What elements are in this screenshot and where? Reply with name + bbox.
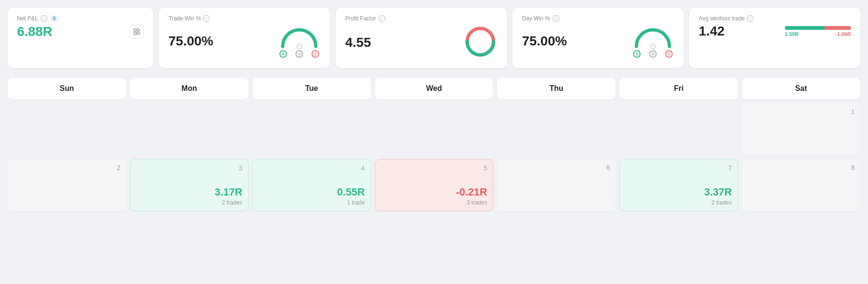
avg-win-loss-value: 1.42 <box>699 25 725 38</box>
avg-win-loss-card: Avg win/loss trade i 1.42 1.50R -1.06R <box>689 8 860 68</box>
cal-date-1: 1 <box>851 108 855 115</box>
avg-win-label: 1.50R <box>785 31 799 37</box>
cal-date-2: 2 <box>117 164 121 171</box>
trade-win-gauge: 6 0 2 <box>278 25 321 58</box>
cal-trades-5: 3 trades <box>456 199 487 206</box>
cal-date-4: 4 <box>361 164 365 172</box>
cal-cell-empty-5 <box>497 103 616 155</box>
cal-pnl-7: 3.37R <box>704 186 732 198</box>
profit-factor-label: Profit Factor i <box>345 15 497 22</box>
calendar: Sun Mon Tue Wed Thu Fri Sat 1 2 3 3.17R <box>8 78 860 211</box>
avg-bar-wrap: 1.50R -1.06R <box>785 26 851 37</box>
cal-pnl-3: 3.17R <box>215 186 243 198</box>
svg-point-4 <box>297 44 302 49</box>
avg-bar <box>785 26 851 30</box>
calendar-row-2: 2 3 3.17R 2 trades 4 0.55R 1 trade <box>8 159 860 211</box>
avg-loss-label: -1.06R <box>835 31 851 37</box>
svg-rect-3 <box>137 32 139 35</box>
trade-win-info-icon[interactable]: i <box>203 15 210 22</box>
calendar-header: Sun Mon Tue Wed Thu Fri Sat <box>8 78 860 99</box>
cal-date-3: 3 <box>239 164 243 172</box>
cal-pnl-4: 0.55R <box>337 186 365 198</box>
trade-win-gauge-labels: 6 0 2 <box>279 50 319 58</box>
cal-cell-7-data: 3.37R 2 trades <box>704 186 732 206</box>
day-win-info-icon[interactable]: i <box>553 15 559 22</box>
svg-rect-2 <box>134 32 136 35</box>
profit-factor-gauge <box>463 25 497 61</box>
cal-cell-empty-6 <box>619 103 738 155</box>
avg-bar-red <box>825 26 851 30</box>
cal-header-wed: Wed <box>375 78 494 99</box>
cal-cell-empty-4 <box>375 103 494 155</box>
cal-cell-7-content: 7 3.37R 2 trades <box>625 164 732 206</box>
net-pnl-icon-btn[interactable] <box>130 25 144 39</box>
net-pnl-value: 6.88R <box>17 25 52 38</box>
cal-cell-day-7[interactable]: 7 3.37R 2 trades <box>619 159 738 211</box>
svg-rect-1 <box>137 29 139 31</box>
wins-dot: 6 <box>279 50 287 58</box>
cal-header-sat: Sat <box>742 78 860 99</box>
cal-cell-day-3[interactable]: 3 3.17R 2 trades <box>130 159 249 211</box>
day-win-gauge-labels: 3 0 1 <box>633 50 673 58</box>
profit-factor-card: Profit Factor i 4.55 <box>336 8 507 68</box>
avg-win-loss-label: Avg win/loss trade i <box>699 15 851 22</box>
day-win-value: 75.00% <box>522 35 567 48</box>
cal-cell-day-4[interactable]: 4 0.55R 1 trade <box>252 159 371 211</box>
svg-point-7 <box>651 44 655 49</box>
cal-cell-4-data: 0.55R 1 trade <box>337 186 365 206</box>
cal-cell-5-content: 5 -0.21R 3 trades <box>381 164 487 206</box>
cal-cell-3-content: 3 3.17R 2 trades <box>136 164 243 206</box>
cal-header-tue: Tue <box>252 78 371 99</box>
day-win-gauge: 3 0 1 <box>632 25 674 58</box>
cal-trades-4: 1 trade <box>337 199 365 206</box>
cal-header-sun: Sun <box>8 78 126 99</box>
trade-win-label: Trade Win % i <box>168 15 321 22</box>
avg-bar-green <box>785 26 825 30</box>
cal-header-thu: Thu <box>497 78 616 99</box>
cal-cell-day-2[interactable]: 2 <box>8 159 126 211</box>
cal-pnl-5: -0.21R <box>456 186 487 198</box>
stats-row: Net P&L i 8 6.88R Trade Win % i 75.00% <box>8 8 860 68</box>
cal-cell-day-5[interactable]: 5 -0.21R 3 trades <box>375 159 494 211</box>
day-win-label: Day Win % i <box>522 15 674 22</box>
cal-date-6: 6 <box>606 164 610 171</box>
cal-trades-7: 2 trades <box>704 199 732 206</box>
cal-cell-day-1[interactable]: 1 <box>742 103 860 155</box>
cal-trades-3: 2 trades <box>215 199 243 206</box>
day-losses-dot: 1 <box>665 50 673 58</box>
profit-factor-value: 4.55 <box>345 36 371 49</box>
avg-win-loss-info-icon[interactable]: i <box>747 15 754 22</box>
cal-date-7: 7 <box>728 164 732 172</box>
cal-date-5: 5 <box>484 164 487 172</box>
cal-cell-day-6[interactable]: 6 <box>497 159 616 211</box>
cal-cell-4-content: 4 0.55R 1 trade <box>259 164 365 206</box>
cal-cell-5-data: -0.21R 3 trades <box>456 186 487 206</box>
day-win-card: Day Win % i 75.00% 3 0 1 <box>512 8 684 68</box>
net-pnl-info-icon[interactable]: i <box>41 15 47 22</box>
day-wins-dot: 3 <box>633 50 641 58</box>
avg-bar-labels: 1.50R -1.06R <box>785 31 851 37</box>
trade-win-card: Trade Win % i 75.00% 6 0 2 <box>159 8 330 68</box>
net-pnl-label: Net P&L i 8 <box>17 15 144 22</box>
cal-header-mon: Mon <box>130 78 249 99</box>
svg-rect-0 <box>134 29 136 31</box>
day-neutral-dot: 0 <box>649 50 657 58</box>
cal-cell-empty-1 <box>8 103 126 155</box>
cal-cell-day-8[interactable]: 8 <box>742 159 860 211</box>
losses-dot: 2 <box>312 50 319 58</box>
net-pnl-card: Net P&L i 8 6.88R <box>8 8 153 68</box>
calendar-row-1: 1 <box>8 103 860 155</box>
neutral-dot: 0 <box>295 50 303 58</box>
profit-factor-info-icon[interactable]: i <box>379 15 385 22</box>
cal-cell-3-data: 3.17R 2 trades <box>215 186 243 206</box>
cal-date-8: 8 <box>851 164 855 171</box>
cal-header-fri: Fri <box>619 78 738 99</box>
trade-win-value: 75.00% <box>168 35 213 48</box>
net-pnl-badge: 8 <box>50 15 59 22</box>
cal-cell-empty-2 <box>130 103 249 155</box>
cal-cell-empty-3 <box>252 103 371 155</box>
